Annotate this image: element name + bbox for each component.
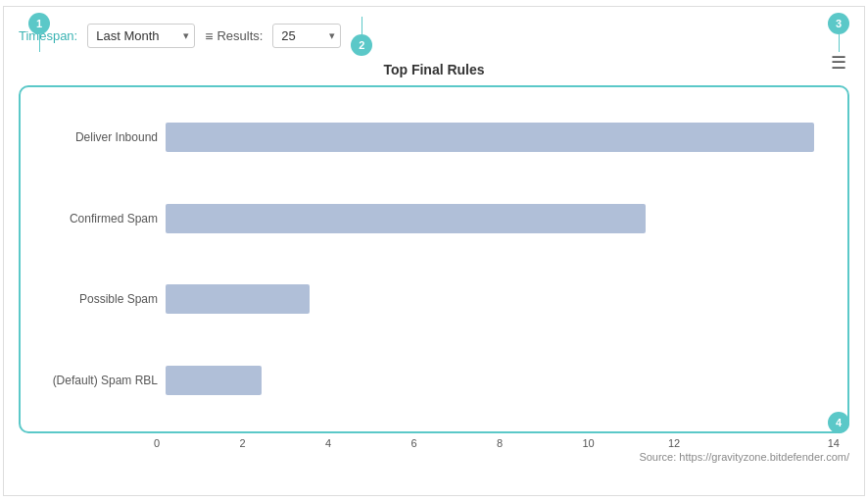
bar-label-3: Possible Spam (30, 292, 158, 306)
bar-track-1 (166, 123, 838, 152)
chart-area: Deliver Inbound Confirmed Spam Possible … (19, 85, 849, 433)
timespan-select-wrapper: Last Month Last Week Last Year ▾ (87, 24, 195, 48)
badge-4: 4 (828, 412, 849, 433)
chart-title: Top Final Rules (19, 62, 849, 77)
bar-fill-3 (166, 284, 310, 314)
bar-track-4 (166, 366, 838, 395)
x-tick-12: 12 (668, 437, 754, 449)
bar-fill-2 (166, 204, 646, 233)
bar-fill-4 (166, 366, 262, 395)
x-tick-8: 8 (497, 437, 583, 449)
chart-inner: Deliver Inbound Confirmed Spam Possible … (30, 97, 838, 422)
badge-1: 1 (28, 13, 50, 34)
x-tick-2: 2 (240, 437, 326, 449)
results-select-wrapper: 25 10 50 100 ▾ (272, 24, 341, 48)
badge2-line (362, 17, 362, 34)
x-tick-14: 14 (754, 437, 841, 449)
badge1-line (39, 34, 40, 52)
x-tick-10: 10 (583, 437, 669, 449)
bar-fill-1 (166, 123, 814, 152)
bar-label-1: Deliver Inbound (30, 130, 158, 144)
list-icon: ≡ (205, 28, 213, 44)
x-axis: 0 2 4 6 8 10 12 14 (154, 437, 849, 449)
badge4-container: 4 (828, 412, 849, 433)
table-row: Possible Spam (30, 284, 838, 314)
x-tick-0: 0 (154, 437, 240, 449)
badge1-container: 1 (28, 13, 50, 52)
badge3-line (839, 34, 840, 52)
badge-2: 2 (351, 34, 372, 56)
toolbar: 1 Timespan: Last Month Last Week Last Ye… (19, 17, 849, 56)
badge-3: 3 (828, 13, 849, 34)
hamburger-icon[interactable]: ☰ (831, 52, 846, 74)
x-tick-6: 6 (411, 437, 498, 449)
bar-track-3 (166, 284, 838, 314)
table-row: Deliver Inbound (30, 123, 838, 152)
results-label: ≡ Results: (205, 28, 263, 44)
bar-label-4: (Default) Spam RBL (30, 374, 158, 387)
bar-track-2 (166, 204, 838, 233)
timespan-select[interactable]: Last Month Last Week Last Year (87, 24, 195, 48)
results-select[interactable]: 25 10 50 100 (272, 24, 341, 48)
x-tick-4: 4 (325, 437, 411, 449)
main-container: 1 Timespan: Last Month Last Week Last Ye… (3, 6, 865, 496)
badge3-container: 3 ☰ (828, 13, 849, 74)
bar-label-2: Confirmed Spam (30, 212, 158, 225)
source-text: Source: https://gravityzone.bitdefender.… (19, 451, 849, 463)
table-row: Confirmed Spam (30, 204, 838, 233)
table-row: (Default) Spam RBL (30, 366, 838, 395)
badge2-container: 2 (351, 17, 372, 56)
